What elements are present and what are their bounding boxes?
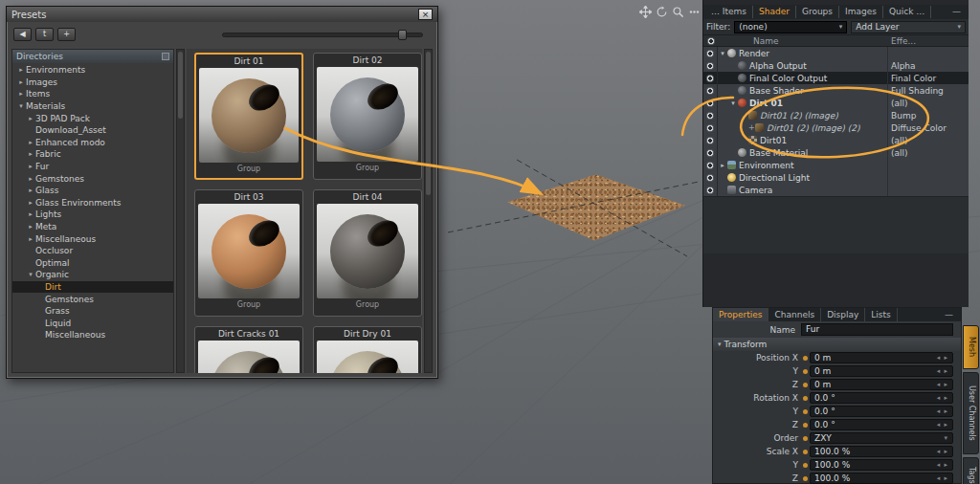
- shader-row-render[interactable]: ▾Render: [703, 47, 969, 59]
- chevron-right-icon[interactable]: ▸: [26, 115, 35, 122]
- visibility-cell[interactable]: [703, 159, 718, 171]
- directory-item-download-asset[interactable]: Download_Asset: [12, 124, 173, 137]
- panel-options-icon[interactable]: [162, 53, 169, 60]
- preset-card-dirt-03[interactable]: Dirt 03Group: [194, 189, 303, 317]
- stepper-arrows-icon[interactable]: ◂ ▸: [937, 367, 948, 375]
- shader-row-alpha-output[interactable]: Alpha OutputAlpha: [703, 59, 969, 72]
- visibility-cell[interactable]: [703, 121, 718, 134]
- visibility-cell[interactable]: [703, 134, 718, 146]
- channel-marker-icon[interactable]: [801, 409, 810, 414]
- directory-item-materials[interactable]: ▾Materials: [12, 100, 173, 113]
- tab-groups[interactable]: Groups: [796, 6, 839, 18]
- directory-item-glass-environments[interactable]: ▸Glass Environments: [12, 197, 173, 209]
- property-field-y[interactable]: 0.0 °◂ ▸: [810, 406, 953, 417]
- chevron-right-icon[interactable]: ▸: [26, 187, 35, 194]
- add-button[interactable]: +: [57, 28, 76, 41]
- chevron-right-icon[interactable]: ▸: [26, 163, 35, 170]
- visibility-cell[interactable]: [703, 184, 718, 196]
- visibility-cell[interactable]: [703, 59, 718, 72]
- pan-icon[interactable]: [639, 6, 652, 18]
- chevron-right-icon[interactable]: ▸: [26, 235, 35, 243]
- property-field-y[interactable]: 0 m◂ ▸: [810, 365, 953, 377]
- shader-row-base-shader[interactable]: Base ShaderFull Shading: [703, 84, 969, 97]
- property-field-order[interactable]: ZXY▾: [810, 432, 953, 444]
- stepper-arrows-icon[interactable]: ◂ ▸: [937, 381, 948, 388]
- tab-quick[interactable]: Quick …: [883, 6, 931, 18]
- preset-card-dirt-01[interactable]: Dirt 01Group: [194, 53, 303, 180]
- chevron-right-icon[interactable]: ▸: [26, 199, 35, 207]
- preset-card-dirt-dry-01[interactable]: Dirt Dry 01: [313, 326, 422, 373]
- channel-marker-icon[interactable]: [801, 463, 810, 468]
- channel-marker-icon[interactable]: [801, 383, 810, 387]
- chevron-right-icon[interactable]: ▸: [718, 162, 727, 169]
- shader-row-camera[interactable]: Camera: [703, 184, 969, 196]
- visibility-cell[interactable]: [703, 171, 718, 184]
- tab-images[interactable]: Images: [839, 6, 883, 18]
- tab-item[interactable]: —: [939, 308, 961, 321]
- stepper-arrows-icon[interactable]: ◂ ▸: [937, 421, 948, 429]
- directory-item-grass[interactable]: Grass: [12, 305, 173, 318]
- visibility-cell[interactable]: [703, 97, 718, 109]
- chevron-right-icon[interactable]: ▸: [16, 78, 26, 86]
- channel-marker-icon[interactable]: [801, 450, 810, 454]
- tab-channels[interactable]: Channels: [768, 308, 821, 321]
- shader-row-environment[interactable]: ▸Environment: [703, 159, 969, 171]
- presets-scrollbar[interactable]: [424, 49, 433, 373]
- channel-marker-icon[interactable]: [801, 396, 810, 401]
- side-tab-mesh[interactable]: Mesh: [963, 325, 979, 369]
- column-name[interactable]: Name: [753, 36, 779, 46]
- property-field-z[interactable]: 0 m◂ ▸: [810, 379, 953, 390]
- visibility-cell[interactable]: [703, 72, 718, 84]
- visibility-cell[interactable]: [703, 84, 718, 97]
- side-tab-tags[interactable]: Tags: [963, 457, 979, 484]
- visibility-cell[interactable]: [703, 146, 718, 159]
- stepper-arrows-icon[interactable]: ◂ ▸: [937, 407, 948, 415]
- column-effect[interactable]: Effe...: [891, 36, 916, 46]
- directory-item-glass[interactable]: ▸Glass: [12, 185, 173, 197]
- shader-row-final-color-output[interactable]: Final Color OutputFinal Color: [703, 72, 969, 84]
- channel-marker-icon[interactable]: [801, 369, 810, 374]
- chevron-right-icon[interactable]: ▸: [16, 90, 26, 98]
- tab-display[interactable]: Display: [821, 308, 865, 321]
- shader-row-base-material[interactable]: Base Material(all): [703, 146, 969, 159]
- directory-item-gemstones[interactable]: Gemstones: [12, 293, 173, 305]
- property-field-y[interactable]: 100.0 %◂ ▸: [810, 459, 953, 471]
- directory-item-occlusor[interactable]: Occlusor: [12, 245, 173, 257]
- property-field-z[interactable]: 0.0 °◂ ▸: [810, 419, 953, 430]
- chevron-down-icon[interactable]: ▾: [718, 50, 727, 57]
- directory-item-3d-pad-pack[interactable]: ▸3D PAD Pack: [12, 112, 173, 124]
- directory-item-miscellaneous[interactable]: Miscellaneous: [12, 329, 173, 341]
- stepper-arrows-icon[interactable]: ◂ ▸: [937, 354, 948, 362]
- side-tab-user-channels[interactable]: User Channels: [963, 372, 979, 454]
- tab-lists[interactable]: Lists: [865, 308, 897, 321]
- property-field-position-x[interactable]: 0 m◂ ▸: [810, 352, 953, 363]
- preset-card-dirt-cracks-01[interactable]: Dirt Cracks 01: [194, 326, 303, 373]
- visibility-cell[interactable]: [703, 109, 718, 121]
- property-field-rotation-x[interactable]: 0.0 °◂ ▸: [810, 392, 953, 404]
- directory-item-gemstones[interactable]: ▸Gemstones: [12, 172, 173, 185]
- shader-row-dirt01-2-image-2[interactable]: +Dirt01 (2) (Image) (2)Diffuse Color: [703, 121, 969, 134]
- channel-marker-icon[interactable]: [801, 476, 810, 481]
- chevron-down-icon[interactable]: ▾: [728, 99, 738, 107]
- zoom-icon[interactable]: [672, 6, 684, 18]
- tab-items[interactable]: … Items: [705, 6, 753, 18]
- scrollbar-handle[interactable]: [178, 52, 183, 119]
- channel-marker-icon[interactable]: [801, 356, 810, 361]
- chevron-down-icon[interactable]: ▾: [26, 271, 35, 278]
- tag-filter-button[interactable]: t: [35, 28, 54, 41]
- preset-card-dirt-02[interactable]: Dirt 02Group: [313, 53, 422, 180]
- filter-dropdown[interactable]: (none) ▾: [734, 21, 847, 33]
- directory-item-fabric[interactable]: ▸Fabric: [12, 148, 173, 161]
- tab-properties[interactable]: Properties: [713, 308, 768, 321]
- directory-item-enhanced-modo[interactable]: ▸Enhanced modo: [12, 137, 173, 149]
- chevron-right-icon[interactable]: ▸: [26, 175, 35, 183]
- tab-shader[interactable]: Shader: [753, 6, 796, 18]
- shader-row-dirt01[interactable]: Dirt01(all): [703, 134, 969, 146]
- directory-item-environments[interactable]: ▸Environments: [12, 64, 173, 77]
- chevron-right-icon[interactable]: ▸: [26, 139, 35, 146]
- directories-scrollbar[interactable]: [176, 49, 185, 373]
- stepper-arrows-icon[interactable]: ◂ ▸: [937, 461, 948, 469]
- directory-item-liquid[interactable]: Liquid: [12, 317, 173, 329]
- directory-item-lights[interactable]: ▸Lights: [12, 209, 173, 221]
- directory-item-organic[interactable]: ▾Organic: [12, 269, 173, 281]
